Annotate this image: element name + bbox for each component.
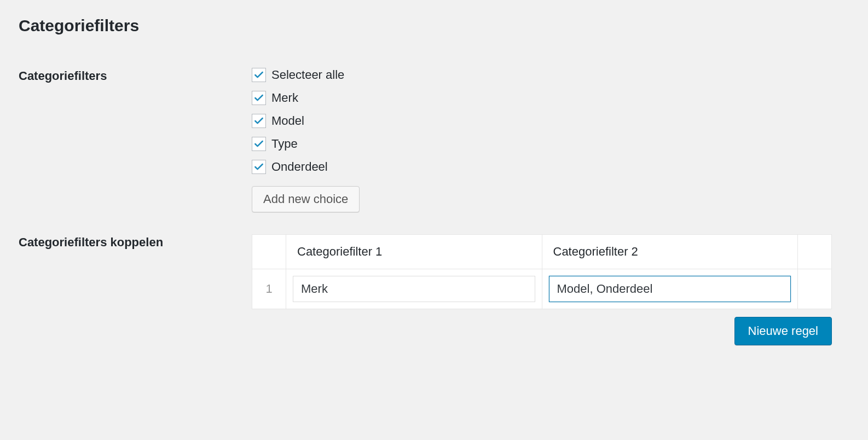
check-icon: [253, 138, 264, 149]
add-choice-button[interactable]: Add new choice: [252, 186, 360, 212]
filters-label: Categoriefilters: [16, 68, 252, 212]
table-header-row: Categoriefilter 1 Categoriefilter 2: [252, 235, 832, 269]
link-label: Categoriefilters koppelen: [16, 234, 252, 345]
checkbox-onderdeel[interactable]: [252, 160, 266, 174]
check-icon: [253, 161, 264, 172]
table-header-col2: Categoriefilter 2: [542, 235, 798, 269]
link-table: Categoriefilter 1 Categoriefilter 2 1: [252, 234, 832, 309]
check-icon: [253, 70, 264, 80]
checkbox-label: Selecteer alle: [271, 68, 344, 82]
checkbox-label: Type: [271, 137, 298, 151]
checkbox-item-merk: Merk: [252, 91, 852, 105]
page-title: Categoriefilters: [19, 16, 852, 35]
cell-col1: [286, 269, 542, 309]
checkbox-select-all[interactable]: [252, 68, 266, 82]
checkbox-label: Model: [271, 114, 304, 128]
checkbox-item-onderdeel: Onderdeel: [252, 160, 852, 174]
checkbox-list: Selecteer alle Merk Model Type: [252, 68, 852, 174]
table-header-num: [252, 235, 286, 269]
check-icon: [253, 115, 264, 126]
row-number: 1: [252, 269, 286, 309]
cell-action: [798, 269, 832, 309]
input-col1[interactable]: [293, 276, 535, 302]
checkbox-label: Onderdeel: [271, 160, 328, 174]
table-row: 1: [252, 269, 832, 309]
cell-col2: [542, 269, 798, 309]
link-row: Categoriefilters koppelen Categoriefilte…: [16, 234, 852, 345]
table-header-col1: Categoriefilter 1: [286, 235, 542, 269]
table-header-action: [798, 235, 832, 269]
checkbox-model[interactable]: [252, 114, 266, 128]
checkbox-item-type: Type: [252, 137, 852, 151]
new-rule-button[interactable]: Nieuwe regel: [734, 317, 832, 345]
check-icon: [253, 92, 264, 103]
filters-row: Categoriefilters Selecteer alle Merk Mod…: [16, 68, 852, 212]
input-col2[interactable]: [549, 276, 791, 302]
button-row: Nieuwe regel: [252, 317, 832, 345]
checkbox-merk[interactable]: [252, 91, 266, 105]
checkbox-label: Merk: [271, 91, 298, 105]
checkbox-type[interactable]: [252, 137, 266, 151]
checkbox-item-select-all: Selecteer alle: [252, 68, 852, 82]
checkbox-item-model: Model: [252, 114, 852, 128]
filters-content: Selecteer alle Merk Model Type: [252, 68, 852, 212]
link-content: Categoriefilter 1 Categoriefilter 2 1: [252, 234, 852, 345]
